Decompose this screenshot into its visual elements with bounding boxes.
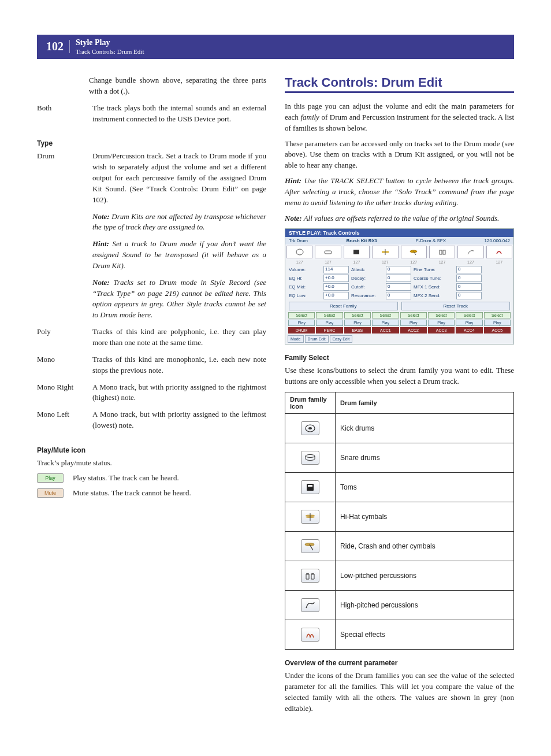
term-mono: Mono [37,354,92,382]
drum-family-table: Drum family icon Drum family Kick drums … [285,392,514,650]
svg-rect-13 [308,485,312,487]
intro-p1: In this page you can adjust the volume a… [285,101,514,134]
svg-rect-12 [307,484,314,491]
ss-track-row: DRUMPERC BASSACC1 ACC2ACC3 ACC4ACC5 [285,327,513,334]
ss-kit: Brush Kit RX1 [346,238,377,243]
desc-poly: Tracks of this kind are polyphonic, i.e.… [92,327,266,354]
type-heading: Type [37,139,266,147]
svg-point-0 [296,249,303,255]
svg-point-20 [311,573,314,575]
header-subtitle: Track Controls: Drum Edit [76,48,144,55]
svg-rect-8 [443,250,445,254]
cymbals-icon [301,539,319,553]
family-kick: Kick drums [336,414,514,443]
low-perc-icon [429,246,455,258]
right-column: Track Controls: Drum Edit In this page y… [285,75,514,719]
ss-titlebar: STYLE PLAY: Track Controls [285,229,513,237]
sfx-icon [301,628,319,642]
family-select-heading: Family Select [285,354,514,362]
sfx-icon [486,246,512,258]
ss-family-icons [285,244,513,260]
ss-play-row: PlayPlay PlayPlay PlayPlay PlayPlay [285,319,513,327]
page-header-bar: 102 Style Play Track Controls: Drum Edit [37,35,514,59]
family-low-perc: Low-pitched percussions [336,561,514,591]
family-select-text: Use these icons/buttons to select the dr… [285,365,514,387]
high-perc-icon [301,598,319,612]
family-snare: Snare drums [336,443,514,473]
svg-point-10 [308,427,312,429]
th-icon: Drum family icon [285,392,336,414]
family-sfx: Special effects [336,620,514,650]
term-both: Both [37,103,92,131]
overview-text: Under the icons of the Drum families you… [285,670,514,714]
family-high-perc: High-pitched percussions [336,591,514,620]
mute-icon: Mute [37,488,64,498]
ss-icon-values: 127 127 127 127 127 127 127 127 [285,260,513,265]
desc-mono-right: A Mono track, but with priority assigned… [92,382,266,410]
play-mute-heading: Play/Mute icon [37,446,266,454]
definition-list: Both The track plays both the internal s… [37,103,266,131]
family-toms: Toms [336,473,514,502]
svg-point-19 [306,573,309,575]
low-perc-icon [301,569,319,583]
reset-family-button: Reset Family [289,302,398,310]
reset-track-button: Reset Track [401,302,511,310]
cymbal-icon [401,246,427,258]
intro-continuation: Change bundle shown above, separating th… [89,75,266,97]
drum-note2: Note: Tracks set to Drum mode in Style R… [92,277,266,327]
intro-p2: These parameters can be accessed only on… [285,139,514,172]
term-poly: Poly [37,327,92,354]
kick-drums-icon [301,421,319,435]
desc-drum: Drum/Percussion track. Set a track to Dr… [92,151,266,211]
ss-bottom-tabs: Mode Drum Edit Easy Edit [285,334,513,344]
overview-heading: Overview of the current parameter [285,659,514,667]
toms-icon [344,246,370,258]
desc-mono-left: A Mono track, but with priority assigned… [92,409,266,437]
ss-chan: F-Drum & SFX [416,238,446,243]
play-icon: Play [37,473,64,483]
desc-both: The track plays both the internal sounds… [92,103,266,131]
ss-trk: Trk:Drum [289,238,308,243]
ss-select-row: SelectSelect SelectSelect SelectSelect S… [285,312,513,319]
desc-mono: Tracks of this kind are monophonic, i.e.… [92,354,266,382]
play-desc: Play status. The track can be heard. [73,473,266,483]
hint-paragraph: Hint: Use the TRACK SELECT button to cyc… [285,176,514,209]
section-title: Track Controls: Drum Edit [285,75,514,90]
left-column: Change bundle shown above, separating th… [37,75,266,719]
drum-hint: Hint: Set a track to Drum mode if you do… [92,239,266,277]
svg-rect-1 [325,251,332,254]
toms-icon [301,480,319,494]
term-mono-left: Mono Left [37,409,92,437]
svg-rect-7 [440,250,442,254]
header-title: Style Play [76,38,144,48]
hihat-icon [372,246,398,258]
page-number: 102 [46,40,70,53]
term-mono-right: Mono Right [37,382,92,410]
mute-desc: Mute status. The track cannot be heard. [73,488,266,498]
note-paragraph: Note: All values are offsets referred to… [285,213,514,224]
ui-screenshot: STYLE PLAY: Track Controls Trk:Drum Brus… [285,228,514,344]
snare-drums-icon [301,451,319,465]
hihat-icon [301,510,319,524]
th-name: Drum family [336,392,514,414]
term-drum: Drum [37,151,92,211]
family-hihat: Hi-Hat cymbals [336,502,514,532]
family-cymbals: Ride, Crash and other cymbals [336,532,514,561]
drum-note1: Note: Drum Kits are not affected by tran… [92,212,266,239]
svg-rect-2 [353,250,359,254]
svg-point-11 [306,455,315,458]
play-mute-intro: Track’s play/mute status. [37,458,266,469]
ss-num: 120.000.042 [485,238,511,243]
snare-icon [315,246,341,258]
ss-params: Volume:114 Attack:0 Fine Tune:0 EQ Hi:+0… [285,265,513,301]
high-perc-icon [457,246,483,258]
section-rule [285,91,514,93]
kick-icon [286,246,312,258]
